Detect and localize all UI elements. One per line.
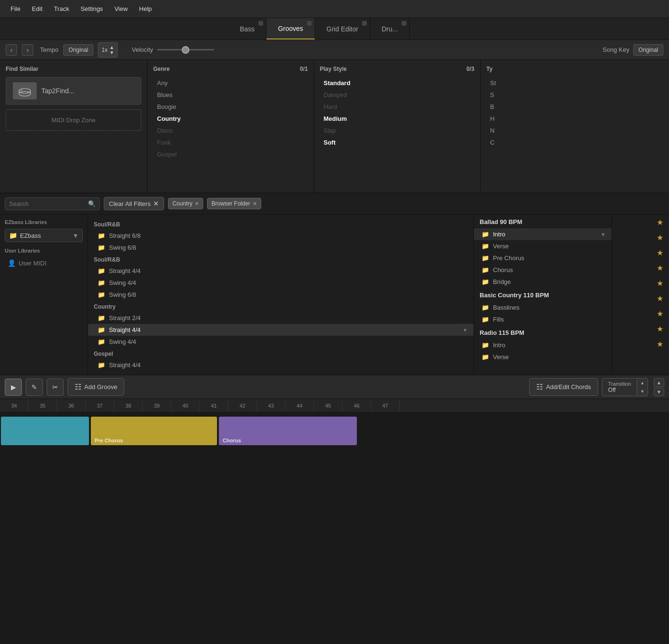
search-input[interactable]	[9, 200, 85, 207]
transition-title: Transition	[608, 381, 631, 387]
tab-grooves[interactable]: Grooves	[266, 18, 315, 39]
star-item-6[interactable]: ★	[612, 291, 669, 306]
add-groove-button[interactable]: ☷ Add Groove	[68, 378, 124, 396]
star-item-4[interactable]: ★	[612, 260, 669, 275]
menu-track[interactable]: Track	[48, 3, 75, 14]
song-folder-verse[interactable]: 📁 Verse	[474, 240, 611, 252]
tab-drums[interactable]: Dru...	[370, 18, 410, 39]
genre-item-funk[interactable]: Funk	[153, 137, 308, 148]
filter-tag-country[interactable]: Country ✕	[168, 198, 203, 209]
song-group-ballad: Ballad 90 BPM	[474, 215, 611, 228]
type-item-4[interactable]: N	[486, 125, 663, 137]
groove-folder-straight44-country[interactable]: 📁 Straight 4/4 ▼	[88, 324, 473, 336]
select-tool-button[interactable]: ▶	[5, 379, 22, 396]
velocity-label: Velocity	[132, 46, 153, 53]
nav-back-button[interactable]: ‹	[6, 44, 17, 56]
groove-folder-straight68-1[interactable]: 📁 Straight 6/8	[88, 230, 473, 242]
star-item-1[interactable]: ★	[612, 215, 669, 230]
user-midi-item[interactable]: 👤 User MIDI	[5, 257, 83, 269]
groove-folder-swing44-soul[interactable]: 📁 Swing 4/4	[88, 277, 473, 289]
toolbar: ‹ › Tempo Original 1x ▲▼ Velocity Song K…	[0, 40, 669, 60]
menu-view[interactable]: View	[108, 3, 133, 14]
play-style-hard[interactable]: Hard	[320, 101, 474, 113]
song-folder-basslines[interactable]: 📁 Basslines	[474, 302, 611, 313]
star-item-7[interactable]: ★	[612, 306, 669, 321]
scissors-tool-button[interactable]: ✂	[47, 379, 64, 396]
genre-item-any[interactable]: Any	[153, 77, 308, 89]
menu-help[interactable]: Help	[133, 3, 157, 14]
song-folder-radio-verse[interactable]: 📁 Verse	[474, 351, 611, 363]
ezbass-dropdown[interactable]: 📁 EZbass ▼	[5, 229, 83, 242]
genre-item-gospel[interactable]: Gospel	[153, 148, 308, 160]
song-folder-bridge[interactable]: 📁 Bridge	[474, 276, 611, 288]
groove-folder-straight44-soul[interactable]: 📁 Straight 4/4	[88, 265, 473, 277]
velocity-slider[interactable]	[157, 49, 214, 50]
nav-forward-button[interactable]: ›	[22, 44, 33, 56]
groove-folder-swing44-country[interactable]: 📁 Swing 4/4	[88, 336, 473, 348]
menu-file[interactable]: File	[5, 3, 26, 14]
filter-tag-browser-folder[interactable]: Browser Folder ✕	[207, 198, 261, 209]
ruler-tick-43: 43	[257, 399, 285, 412]
star-item-3[interactable]: ★	[612, 245, 669, 260]
song-folder-chorus[interactable]: 📁 Chorus	[474, 264, 611, 276]
play-style-damped[interactable]: Damped	[320, 89, 474, 101]
type-item-0[interactable]: St	[486, 77, 663, 89]
groove-folder-straight44-gospel[interactable]: 📁 Straight 4/4	[88, 359, 473, 371]
genre-title: Genre	[153, 66, 170, 72]
speed-selector[interactable]: 1x ▲▼	[98, 42, 118, 58]
star-item-2[interactable]: ★	[612, 230, 669, 245]
song-key-button[interactable]: Original	[633, 44, 663, 56]
groove-folder-swing68-soul[interactable]: 📁 Swing 6/8	[88, 289, 473, 301]
section-header-soul-rb-2: Soul/R&B	[88, 254, 473, 265]
transition-arrows: ▲ ▼	[637, 379, 648, 396]
find-similar-panel: Find Similar Tap2Find... MIDI Drop Zone	[0, 60, 148, 193]
play-style-standard[interactable]: Standard	[320, 77, 474, 89]
pencil-tool-button[interactable]: ✎	[26, 379, 43, 396]
menu-settings[interactable]: Settings	[75, 3, 108, 14]
type-item-3[interactable]: H	[486, 113, 663, 125]
add-chords-button[interactable]: ☷ Add/Edit Chords	[529, 378, 598, 396]
scroll-up-button[interactable]: ▲	[654, 378, 664, 387]
user-libraries-title: User Libraries	[5, 248, 83, 254]
song-folder-pre-chorus[interactable]: 📁 Pre Chorus	[474, 252, 611, 264]
song-group-radio: Radio 115 BPM	[474, 325, 611, 339]
tempo-original-button[interactable]: Original	[63, 44, 93, 56]
clear-filters-button[interactable]: Clear All Filters ✕	[104, 197, 164, 210]
ruler-tick-46: 46	[343, 399, 371, 412]
rating-panel: ★ ★ ★ ★ ★ ★ ★ ★ ★	[612, 215, 669, 375]
type-item-1[interactable]: S	[486, 89, 663, 101]
star-item-8[interactable]: ★	[612, 321, 669, 336]
type-item-5[interactable]: C	[486, 137, 663, 148]
folder-icon: 📁	[98, 279, 105, 286]
groove-folder-swing68-1[interactable]: 📁 Swing 6/8	[88, 242, 473, 254]
star-item-5[interactable]: ★	[612, 275, 669, 291]
track-clip-0[interactable]	[1, 417, 89, 445]
play-style-medium[interactable]: Medium	[320, 113, 474, 125]
scroll-down-button[interactable]: ▼	[654, 388, 664, 396]
folder-icon: 📁	[482, 231, 489, 238]
expand-icon: ▼	[600, 232, 606, 237]
track-clip-pre-chorus[interactable]: Pre Chorus	[91, 417, 217, 445]
transition-down-button[interactable]: ▼	[637, 387, 648, 396]
tempo-label: Tempo	[40, 46, 59, 53]
genre-item-disco[interactable]: Disco	[153, 125, 308, 137]
svg-point-3	[19, 91, 30, 96]
song-folder-radio-intro[interactable]: 📁 Intro	[474, 339, 611, 351]
transition-up-button[interactable]: ▲	[637, 379, 648, 387]
star-item-9[interactable]: ★	[612, 336, 669, 351]
menu-edit[interactable]: Edit	[26, 3, 48, 14]
genre-item-blues[interactable]: Blues	[153, 89, 308, 101]
play-style-soft[interactable]: Soft	[320, 137, 474, 148]
tab-bass[interactable]: Bass	[228, 18, 266, 39]
track-clip-chorus[interactable]: Chorus	[219, 417, 357, 445]
midi-drop-zone[interactable]: MIDI Drop Zone	[6, 109, 141, 131]
type-item-2[interactable]: B	[486, 101, 663, 113]
play-style-slap[interactable]: Slap	[320, 125, 474, 137]
groove-folder-straight24[interactable]: 📁 Straight 2/4	[88, 312, 473, 324]
genre-item-boogie[interactable]: Boogie	[153, 101, 308, 113]
tap2find-button[interactable]: Tap2Find...	[6, 77, 141, 105]
song-folder-intro[interactable]: 📁 Intro ▼	[474, 228, 611, 240]
genre-item-country[interactable]: Country	[153, 113, 308, 125]
song-folder-fills[interactable]: 📁 Fills	[474, 313, 611, 325]
tab-grid-editor[interactable]: Grid Editor	[315, 18, 370, 39]
